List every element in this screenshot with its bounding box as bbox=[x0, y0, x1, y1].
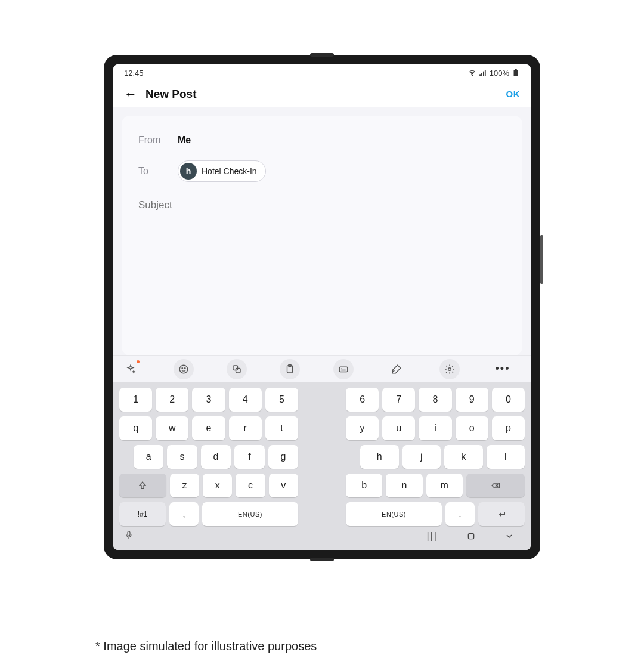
key-w[interactable]: w bbox=[156, 416, 188, 440]
keyboard-mode-icon[interactable] bbox=[333, 359, 354, 379]
key-n[interactable]: n bbox=[386, 474, 422, 497]
svg-rect-2 bbox=[481, 73, 482, 76]
from-label: From bbox=[138, 135, 163, 146]
row-z-right: bnm bbox=[346, 474, 525, 497]
key-i[interactable]: i bbox=[419, 416, 451, 440]
key-x[interactable]: x bbox=[203, 474, 232, 497]
status-time: 12:45 bbox=[124, 69, 144, 78]
battery-percent: 100% bbox=[490, 69, 509, 78]
svg-rect-11 bbox=[236, 368, 241, 373]
page-title: New Post bbox=[145, 88, 197, 101]
key-l[interactable]: l bbox=[487, 445, 525, 469]
svg-point-0 bbox=[472, 75, 472, 76]
key-1[interactable]: 1 bbox=[119, 388, 152, 412]
ai-sparkle-icon[interactable] bbox=[120, 359, 141, 379]
key-d[interactable]: d bbox=[201, 445, 231, 469]
key-8[interactable]: 8 bbox=[419, 388, 451, 412]
handwriting-icon[interactable] bbox=[386, 359, 407, 379]
key-4[interactable]: 4 bbox=[229, 388, 262, 412]
key-t[interactable]: t bbox=[265, 416, 298, 440]
svg-point-7 bbox=[179, 365, 188, 373]
row-bottom-left: !#1 , EN(US) bbox=[119, 502, 298, 526]
row-a-right: hjkl bbox=[346, 445, 525, 469]
key-m[interactable]: m bbox=[426, 474, 463, 497]
key-k[interactable]: k bbox=[444, 445, 483, 469]
svg-rect-1 bbox=[479, 74, 481, 76]
chip-text: Hotel Check-In bbox=[202, 166, 257, 176]
clipboard-icon[interactable] bbox=[280, 359, 300, 379]
key-9[interactable]: 9 bbox=[456, 388, 488, 412]
gear-icon[interactable] bbox=[439, 359, 460, 379]
key-q[interactable]: q bbox=[119, 416, 152, 440]
signal-icon bbox=[479, 69, 487, 77]
key-b[interactable]: b bbox=[346, 474, 382, 497]
svg-rect-10 bbox=[233, 366, 238, 370]
emoji-icon[interactable] bbox=[174, 359, 194, 379]
period-key[interactable]: . bbox=[445, 502, 475, 526]
key-z[interactable]: z bbox=[170, 474, 199, 497]
screen: 12:45 100% ← New Post OK From Me bbox=[113, 64, 531, 550]
keyboard-left: 12345 qwert asdfg zxcv !#1 , EN(US) bbox=[119, 388, 298, 526]
device-frame: 12:45 100% ← New Post OK From Me bbox=[104, 55, 540, 559]
space-key-left[interactable]: EN(US) bbox=[202, 502, 298, 526]
symbols-key[interactable]: !#1 bbox=[119, 502, 166, 526]
power-button-icon bbox=[540, 235, 543, 284]
compose-card: From Me To h Hotel Check-In bbox=[122, 116, 522, 355]
status-bar: 12:45 100% bbox=[113, 64, 531, 81]
row-q-right: yuiop bbox=[346, 416, 525, 440]
key-u[interactable]: u bbox=[382, 416, 415, 440]
svg-point-9 bbox=[185, 367, 186, 369]
key-c[interactable]: c bbox=[236, 474, 265, 497]
svg-point-8 bbox=[182, 367, 183, 369]
space-key-right[interactable]: EN(US) bbox=[346, 502, 442, 526]
comma-key[interactable]: , bbox=[169, 502, 199, 526]
key-y[interactable]: y bbox=[346, 416, 379, 440]
recents-nav-icon[interactable]: ||| bbox=[427, 531, 438, 542]
hinge-icon bbox=[310, 558, 334, 561]
key-j[interactable]: j bbox=[402, 445, 441, 469]
key-p[interactable]: p bbox=[492, 416, 525, 440]
to-row[interactable]: To h Hotel Check-In bbox=[138, 154, 506, 188]
key-s[interactable]: s bbox=[167, 445, 197, 469]
shift-key[interactable] bbox=[119, 474, 166, 497]
footnote: * Image simulated for illustrative purpo… bbox=[95, 639, 317, 653]
from-value: Me bbox=[178, 135, 191, 146]
key-5[interactable]: 5 bbox=[265, 388, 298, 412]
recipient-chip[interactable]: h Hotel Check-In bbox=[178, 160, 266, 182]
hinge-icon bbox=[310, 53, 334, 57]
svg-rect-5 bbox=[514, 70, 518, 76]
key-e[interactable]: e bbox=[192, 416, 225, 440]
key-f[interactable]: f bbox=[234, 445, 264, 469]
key-6[interactable]: 6 bbox=[346, 388, 379, 412]
subject-input[interactable] bbox=[138, 188, 506, 211]
key-a[interactable]: a bbox=[134, 445, 163, 469]
key-0[interactable]: 0 bbox=[492, 388, 525, 412]
back-arrow-icon[interactable]: ← bbox=[124, 88, 137, 101]
back-nav-icon[interactable] bbox=[504, 531, 514, 541]
keyboard-right: 67890 yuiop hjkl bnm EN(US) . bbox=[346, 388, 525, 526]
key-3[interactable]: 3 bbox=[192, 388, 225, 412]
key-r[interactable]: r bbox=[229, 416, 262, 440]
row-num-right: 67890 bbox=[346, 388, 525, 412]
battery-icon bbox=[512, 69, 520, 77]
key-o[interactable]: o bbox=[456, 416, 488, 440]
svg-rect-16 bbox=[128, 531, 130, 536]
key-h[interactable]: h bbox=[360, 445, 399, 469]
key-7[interactable]: 7 bbox=[382, 388, 415, 412]
backspace-key[interactable] bbox=[466, 474, 525, 497]
wifi-icon bbox=[468, 69, 476, 77]
translate-icon[interactable] bbox=[227, 359, 247, 379]
enter-key[interactable] bbox=[478, 502, 525, 526]
home-nav-icon[interactable] bbox=[466, 531, 476, 541]
key-2[interactable]: 2 bbox=[156, 388, 188, 412]
key-g[interactable]: g bbox=[268, 445, 298, 469]
mic-icon[interactable] bbox=[124, 530, 134, 542]
row-a-left: asdfg bbox=[119, 445, 298, 469]
title-bar: ← New Post OK bbox=[113, 81, 531, 107]
svg-rect-14 bbox=[339, 367, 348, 372]
more-icon[interactable]: ••• bbox=[493, 359, 513, 379]
ok-button[interactable]: OK bbox=[506, 89, 521, 99]
key-v[interactable]: v bbox=[269, 474, 298, 497]
row-z-left: zxcv bbox=[119, 474, 298, 497]
svg-rect-3 bbox=[483, 72, 484, 76]
